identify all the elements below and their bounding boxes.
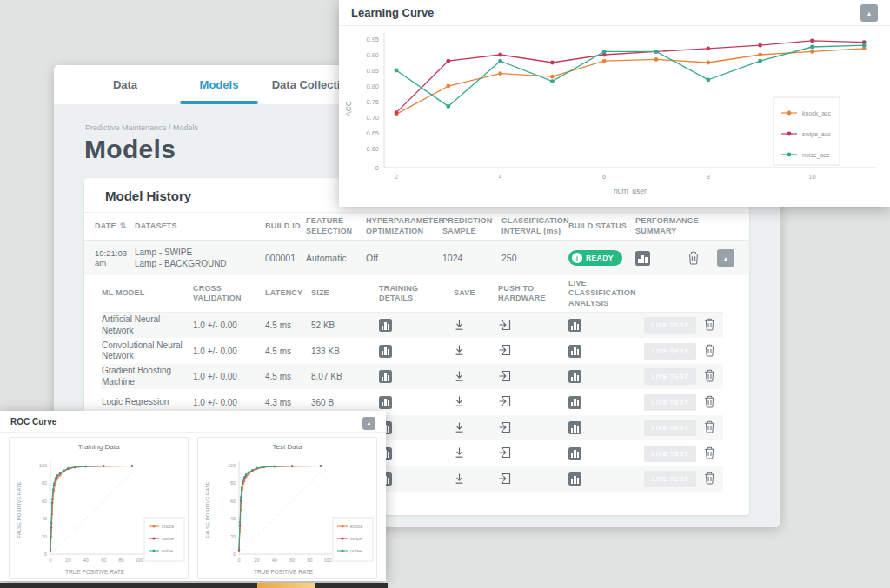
background-window-edge [0, 583, 388, 588]
push-to-hardware-button[interactable] [496, 394, 566, 410]
save-model-button[interactable] [451, 446, 496, 460]
push-arrow-icon[interactable] [498, 420, 512, 434]
bar-chart-icon[interactable] [379, 370, 392, 383]
live-test-button[interactable]: LIVE TEST [644, 317, 696, 334]
delete-model-button[interactable] [701, 446, 723, 461]
models-table-header: ML MODEL CROSS VALIDATION LATENCY SIZE T… [102, 275, 723, 313]
live-test-button[interactable]: LIVE TEST [644, 343, 696, 360]
live-classification-button[interactable] [566, 421, 642, 434]
trash-icon[interactable] [704, 369, 715, 382]
trash-icon[interactable] [704, 318, 715, 331]
svg-text:40: 40 [271, 558, 276, 563]
download-icon[interactable] [454, 319, 465, 331]
trash-icon[interactable] [704, 472, 715, 485]
save-model-button[interactable] [451, 472, 496, 486]
push-arrow-icon[interactable] [498, 394, 512, 408]
bar-chart-icon[interactable] [568, 396, 581, 409]
bar-chart-icon[interactable] [568, 345, 581, 358]
delete-build-button[interactable] [687, 251, 717, 265]
live-classification-button[interactable] [566, 370, 642, 383]
delete-model-button[interactable] [701, 344, 723, 359]
live-test-button[interactable]: LIVE TEST [644, 471, 696, 487]
delete-model-button[interactable] [701, 318, 723, 333]
svg-text:swipe_acc: swipe_acc [802, 131, 831, 138]
collapse-window-button[interactable]: ▲ [860, 4, 878, 22]
push-to-hardware-button[interactable] [496, 343, 566, 359]
push-arrow-icon[interactable] [498, 318, 512, 332]
push-arrow-icon[interactable] [498, 369, 512, 383]
training-details-button[interactable] [376, 319, 451, 332]
download-icon[interactable] [454, 421, 465, 433]
bar-chart-icon[interactable] [568, 421, 581, 434]
delete-model-button[interactable] [701, 472, 723, 486]
save-model-button[interactable] [451, 421, 496, 435]
delete-model-button[interactable] [701, 420, 723, 435]
save-model-button[interactable] [451, 370, 496, 384]
live-classification-button[interactable] [566, 345, 642, 358]
live-classification-button[interactable] [566, 396, 642, 409]
push-to-hardware-button[interactable] [496, 369, 566, 385]
trash-icon[interactable] [704, 395, 715, 408]
training-details-button[interactable] [376, 370, 451, 383]
save-model-button[interactable] [451, 319, 496, 333]
collapse-row-button[interactable]: ▲ [717, 249, 740, 267]
training-details-button[interactable] [376, 396, 451, 409]
bar-chart-icon[interactable] [379, 319, 392, 332]
history-datasets: Lamp - SWIPE Lamp - BACKGROUND [135, 247, 265, 270]
live-classification-button[interactable] [566, 319, 642, 332]
bar-chart-icon[interactable] [568, 370, 581, 383]
model-name: Logic Regression [102, 397, 193, 408]
training-details-button[interactable] [376, 447, 451, 460]
download-icon[interactable] [454, 446, 465, 459]
download-icon[interactable] [454, 472, 465, 485]
bar-chart-icon[interactable] [635, 251, 650, 266]
learning-curve-window: Learning Curve ▲ 0.950.900.850.800.750.7… [339, 0, 890, 207]
push-to-hardware-button[interactable] [496, 420, 566, 436]
model-size: 133 KB [311, 347, 376, 356]
bar-chart-icon[interactable] [379, 345, 392, 358]
trash-icon[interactable] [687, 251, 700, 265]
delete-model-button[interactable] [701, 369, 723, 384]
training-details-button[interactable] [376, 421, 451, 434]
collapse-icon[interactable]: ▲ [717, 249, 734, 267]
push-to-hardware-button[interactable] [496, 318, 566, 334]
bar-chart-icon[interactable] [568, 447, 581, 460]
learning-curve-title: Learning Curve [351, 6, 434, 19]
bar-chart-icon[interactable] [568, 472, 581, 486]
push-arrow-icon[interactable] [498, 472, 512, 486]
delete-model-button[interactable] [701, 395, 723, 410]
live-test-button[interactable]: LIVE TEST [644, 446, 696, 462]
push-to-hardware-button[interactable] [496, 472, 566, 487]
bar-chart-icon[interactable] [379, 396, 392, 409]
trash-icon[interactable] [704, 344, 715, 357]
performance-summary-button[interactable] [635, 251, 687, 266]
training-details-button[interactable] [376, 345, 451, 358]
training-details-button[interactable] [376, 472, 451, 486]
tab-data[interactable]: Data [78, 65, 172, 104]
live-classification-button[interactable] [566, 472, 642, 486]
tab-models[interactable]: Models [172, 65, 266, 104]
svg-text:100: 100 [135, 558, 143, 563]
push-to-hardware-button[interactable] [496, 446, 566, 461]
save-model-button[interactable] [451, 344, 496, 358]
bar-chart-icon[interactable] [568, 319, 581, 332]
col-classification-interval: CLASSIFICATION INTERVAL (ms) [501, 216, 568, 236]
svg-text:60: 60 [229, 499, 235, 504]
collapse-window-button[interactable]: ▲ [362, 417, 375, 430]
download-icon[interactable] [454, 370, 465, 382]
sort-icon[interactable]: ⇅ [120, 221, 127, 230]
push-arrow-icon[interactable] [498, 343, 512, 357]
download-icon[interactable] [454, 344, 465, 356]
live-classification-button[interactable] [566, 447, 642, 460]
live-test-button[interactable]: LIVE TEST [644, 420, 696, 436]
trash-icon[interactable] [704, 446, 715, 459]
svg-text:0.85: 0.85 [366, 67, 379, 75]
push-arrow-icon[interactable] [498, 446, 512, 459]
live-test-button[interactable]: LIVE TEST [644, 368, 696, 385]
svg-text:swipe: swipe [350, 536, 362, 541]
trash-icon[interactable] [704, 420, 715, 433]
download-icon[interactable] [454, 395, 465, 407]
history-date: 10:21:03 am [95, 248, 135, 268]
save-model-button[interactable] [451, 395, 496, 409]
live-test-button[interactable]: LIVE TEST [644, 394, 696, 411]
